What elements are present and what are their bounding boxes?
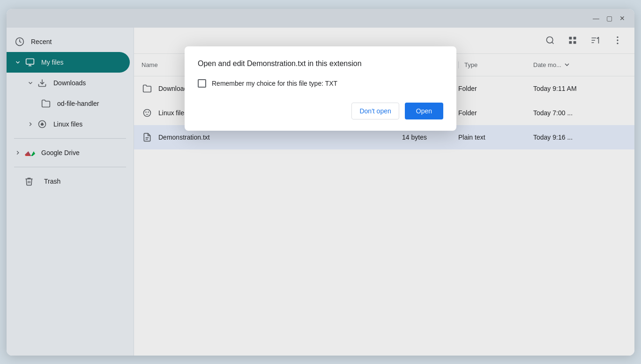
app-window: — ▢ ✕ Recent bbox=[7, 9, 634, 356]
remember-choice-row[interactable]: Remember my choice for this file type: T… bbox=[198, 79, 443, 88]
dont-open-button[interactable]: Don't open bbox=[351, 103, 399, 119]
remember-choice-checkbox[interactable] bbox=[198, 79, 206, 88]
open-button[interactable]: Open bbox=[405, 103, 443, 119]
dialog-title: Open and edit Demonstration.txt in this … bbox=[198, 59, 443, 68]
remember-choice-label: Remember my choice for this file type: T… bbox=[212, 80, 337, 87]
dialog-actions: Don't open Open bbox=[198, 103, 443, 119]
dialog-overlay: Open and edit Demonstration.txt in this … bbox=[7, 9, 634, 356]
open-file-dialog: Open and edit Demonstration.txt in this … bbox=[185, 46, 456, 131]
